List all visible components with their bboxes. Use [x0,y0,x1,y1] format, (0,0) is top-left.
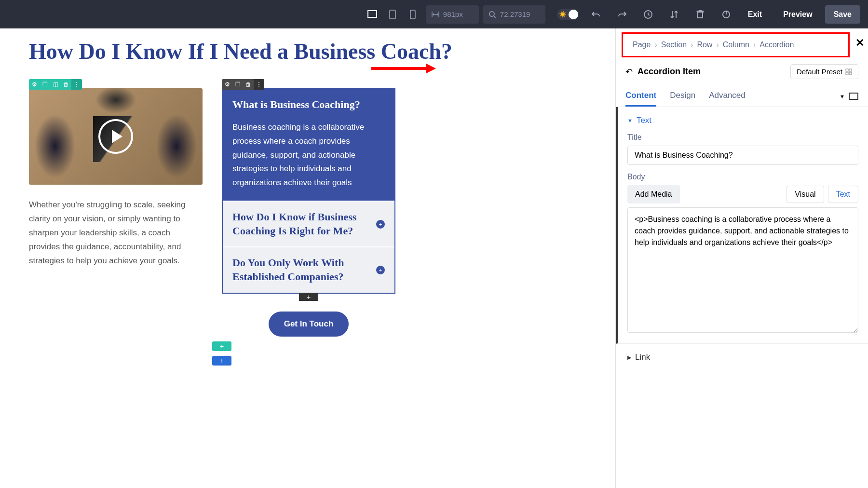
svg-rect-8 [846,69,848,71]
breadcrumb-item[interactable]: Page [633,41,651,49]
svg-rect-12 [849,93,858,99]
trash-icon[interactable] [691,5,709,24]
visual-mode-button[interactable]: Visual [787,186,824,203]
svg-line-4 [494,16,496,18]
accordion-body: Business coaching is a collaborative pro… [223,121,394,201]
preview-button[interactable]: Preview [774,5,821,24]
body-textarea[interactable] [627,207,858,333]
panel-title: Accordion Item [637,67,701,77]
accordion-item[interactable]: Do You Only Work With Established Compan… [223,247,394,292]
tablet-icon[interactable] [383,5,402,24]
editor-canvas: How Do I Know If I Need a Business Coach… [0,28,615,488]
accordion-module: What is Business Coaching? Business coac… [222,88,395,293]
theme-toggle[interactable]: ☀️ [557,9,579,20]
module-toolbar: ⚙ ❐ ◫ 🗑 ⋮ [29,79,82,90]
breadcrumb-item[interactable]: Section [661,41,687,49]
section-toggle[interactable]: ▼ Text [627,116,858,125]
width-value: 981px [443,10,463,18]
title-input[interactable] [627,146,858,165]
desktop-icon[interactable] [363,5,381,24]
undo-icon[interactable] [587,5,605,24]
zoom-input[interactable]: 72.27319 [483,5,545,24]
add-media-button[interactable]: Add Media [627,185,680,203]
tab-advanced[interactable]: Advanced [709,86,746,107]
play-icon[interactable] [98,119,133,154]
power-icon[interactable] [717,5,735,24]
more-icon[interactable]: ⋮ [254,79,264,90]
exit-button[interactable]: Exit [739,5,771,24]
accordion-item[interactable]: How Do I Know if Business Coaching Is Ri… [223,202,394,247]
history-icon[interactable] [639,5,657,24]
svg-rect-0 [368,11,377,17]
breadcrumb-item[interactable]: Row [697,41,712,49]
caret-down-icon[interactable]: ▼ [840,94,845,99]
cta-button[interactable]: Get In Touch [269,312,349,337]
caret-right-icon: ▶ [627,354,631,361]
section-toggle[interactable]: ▶ Link [627,352,858,362]
duplicate-icon[interactable]: ❐ [40,79,50,90]
add-row-button[interactable]: + [212,356,231,366]
accordion-title: How Do I Know if Business Coaching Is Ri… [232,210,369,238]
device-switcher [363,5,422,24]
tab-content[interactable]: Content [625,86,656,107]
breadcrumb-item[interactable]: Column [723,41,749,49]
delete-icon[interactable]: 🗑 [61,79,71,90]
back-icon[interactable]: ↶ [625,67,633,77]
breadcrumb-item[interactable]: Accordion [760,41,794,49]
sort-icon[interactable] [665,5,683,24]
settings-tabs: Content Design Advanced ▼ [616,86,868,107]
description-text: Whether you're struggling to scale, seek… [29,198,203,268]
add-item-button[interactable]: + [299,293,318,301]
accordion-toolbar: ⚙ ❐ 🗑 ⋮ [222,79,264,90]
top-toolbar: 981px 72.27319 ☀️ Exit Preview Save [0,0,868,28]
body-label: Body [627,173,858,181]
close-icon[interactable]: ✕ [855,37,864,49]
width-input[interactable]: 981px [426,5,479,24]
svg-rect-1 [390,10,395,19]
title-label: Title [627,133,858,142]
add-module-button[interactable]: + [212,341,231,351]
accordion-item[interactable]: What is Business Coaching? Business coac… [223,89,394,202]
link-section: ▶ Link [616,344,868,371]
text-section: ▼ Text Title Body Add Media Visual Text [616,107,868,344]
gear-icon[interactable]: ⚙ [222,79,232,90]
plus-icon[interactable]: + [376,266,385,274]
desktop-icon[interactable] [849,93,858,100]
delete-icon[interactable]: 🗑 [243,79,254,90]
svg-rect-2 [410,10,415,19]
svg-rect-11 [849,72,852,75]
columns-icon[interactable]: ◫ [50,79,61,90]
save-button[interactable]: Save [825,5,860,24]
duplicate-icon[interactable]: ❐ [232,79,243,90]
accordion-title: Do You Only Work With Established Compan… [232,256,369,284]
gear-icon[interactable]: ⚙ [29,79,40,90]
annotation-arrow [371,67,429,70]
text-mode-button[interactable]: Text [828,186,858,203]
settings-sidebar: Page› Section› Row› Column› Accordion ✕ … [615,28,868,488]
page-title: How Do I Know If I Need a Business Coach… [29,38,586,65]
tab-design[interactable]: Design [670,86,695,107]
plus-icon[interactable]: + [376,220,385,229]
svg-rect-10 [846,72,848,75]
preset-button[interactable]: Default Preset [790,64,858,79]
redo-icon[interactable] [613,5,631,24]
breadcrumb: Page› Section› Row› Column› Accordion [633,41,794,49]
zoom-value: 72.27319 [500,10,530,18]
more-icon[interactable]: ⋮ [71,79,82,90]
phone-icon[interactable] [404,5,422,24]
svg-rect-9 [849,69,852,71]
video-thumbnail[interactable] [29,88,203,185]
caret-down-icon: ▼ [627,118,633,123]
svg-point-3 [489,12,494,16]
accordion-title: What is Business Coaching? [232,98,360,112]
